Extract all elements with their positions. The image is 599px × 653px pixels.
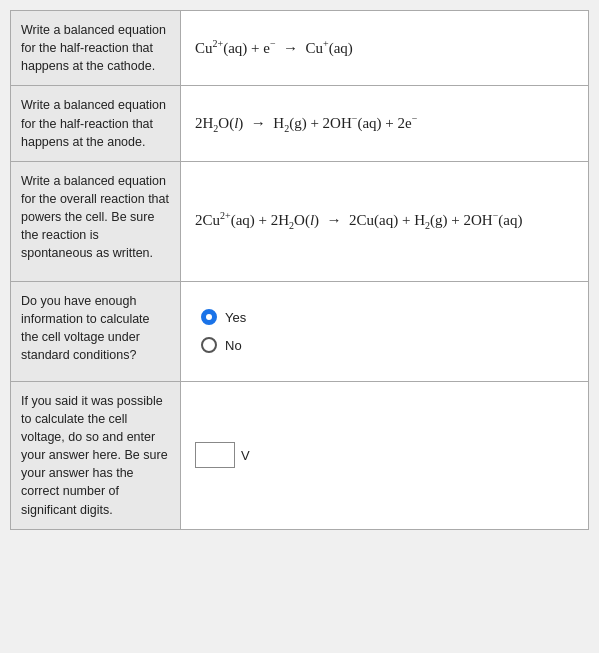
cathode-equation: Cu2+(aq) + e− → Cu+(aq) bbox=[195, 36, 353, 60]
voltage-row: If you said it was possible to calculate… bbox=[11, 382, 588, 529]
overall-label: Write a balanced equation for the overal… bbox=[11, 162, 181, 281]
voltage-input[interactable] bbox=[195, 442, 235, 468]
yesno-options: Yes No bbox=[181, 282, 588, 381]
overall-equation-cell: 2Cu2+(aq) + 2H2O(l) → 2Cu(aq) + H2(g) + … bbox=[181, 162, 588, 281]
anode-row: Write a balanced equation for the half-r… bbox=[11, 86, 588, 161]
anode-label: Write a balanced equation for the half-r… bbox=[11, 86, 181, 160]
main-table: Write a balanced equation for the half-r… bbox=[10, 10, 589, 530]
yes-label: Yes bbox=[225, 310, 246, 325]
yes-option[interactable]: Yes bbox=[201, 309, 246, 325]
voltage-unit: V bbox=[241, 448, 250, 463]
yesno-row: Do you have enough information to calcul… bbox=[11, 282, 588, 382]
anode-equation-cell: 2H2O(l) → H2(g) + 2OH−(aq) + 2e− bbox=[181, 86, 588, 160]
yes-radio[interactable] bbox=[201, 309, 217, 325]
cathode-label: Write a balanced equation for the half-r… bbox=[11, 11, 181, 85]
cathode-row: Write a balanced equation for the half-r… bbox=[11, 11, 588, 86]
voltage-label: If you said it was possible to calculate… bbox=[11, 382, 181, 529]
no-radio[interactable] bbox=[201, 337, 217, 353]
yesno-label: Do you have enough information to calcul… bbox=[11, 282, 181, 381]
voltage-input-cell: V bbox=[181, 382, 588, 529]
no-label: No bbox=[225, 338, 242, 353]
overall-row: Write a balanced equation for the overal… bbox=[11, 162, 588, 282]
no-option[interactable]: No bbox=[201, 337, 242, 353]
anode-equation: 2H2O(l) → H2(g) + 2OH−(aq) + 2e− bbox=[195, 111, 417, 137]
overall-equation: 2Cu2+(aq) + 2H2O(l) → 2Cu(aq) + H2(g) + … bbox=[195, 208, 522, 234]
cathode-equation-cell: Cu2+(aq) + e− → Cu+(aq) bbox=[181, 11, 588, 85]
